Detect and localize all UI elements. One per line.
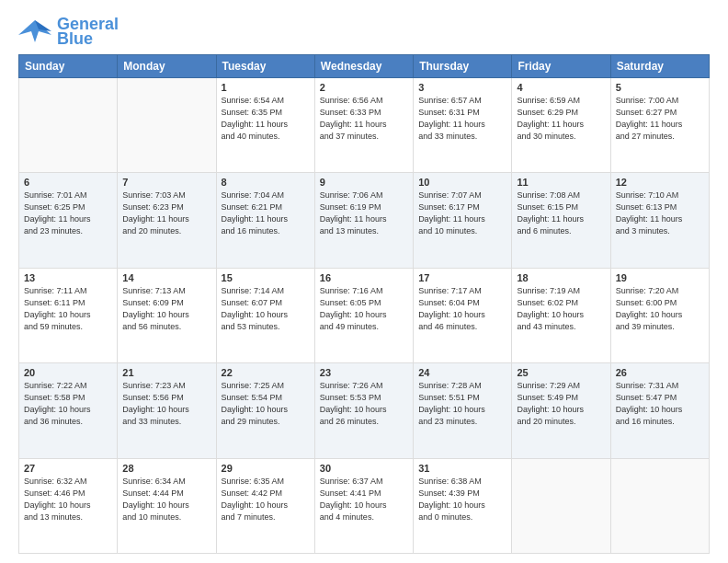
day-info: Sunrise: 6:35 AM Sunset: 4:42 PM Dayligh…: [222, 476, 310, 523]
day-info: Sunrise: 7:20 AM Sunset: 6:00 PM Dayligh…: [616, 285, 704, 333]
day-number: 26: [616, 367, 704, 378]
calendar-week-row: 27Sunrise: 6:32 AM Sunset: 4:46 PM Dayli…: [19, 458, 710, 554]
day-number: 12: [616, 177, 704, 188]
day-number: 4: [517, 82, 605, 93]
header: General Blue: [18, 15, 710, 47]
calendar-week-row: 6Sunrise: 7:01 AM Sunset: 6:25 PM Daylig…: [19, 173, 710, 268]
day-number: 24: [418, 367, 506, 378]
day-info: Sunrise: 7:17 AM Sunset: 6:04 PM Dayligh…: [418, 285, 506, 333]
day-info: Sunrise: 7:00 AM Sunset: 6:27 PM Dayligh…: [616, 95, 704, 143]
day-number: 28: [122, 463, 210, 474]
day-info: Sunrise: 7:19 AM Sunset: 6:02 PM Dayligh…: [517, 285, 605, 333]
day-info: Sunrise: 7:16 AM Sunset: 6:05 PM Dayligh…: [320, 285, 408, 333]
day-number: 2: [320, 82, 408, 93]
col-header-monday: Monday: [118, 54, 216, 77]
calendar-cell: 19Sunrise: 7:20 AM Sunset: 6:00 PM Dayli…: [610, 268, 709, 362]
day-info: Sunrise: 7:08 AM Sunset: 6:15 PM Dayligh…: [517, 190, 605, 237]
day-number: 8: [222, 177, 310, 188]
day-info: Sunrise: 7:31 AM Sunset: 5:47 PM Dayligh…: [616, 380, 704, 428]
day-info: Sunrise: 7:06 AM Sunset: 6:19 PM Dayligh…: [320, 190, 408, 237]
day-info: Sunrise: 6:32 AM Sunset: 4:46 PM Dayligh…: [24, 476, 112, 523]
day-info: Sunrise: 7:01 AM Sunset: 6:25 PM Dayligh…: [24, 190, 112, 237]
col-header-sunday: Sunday: [19, 54, 118, 77]
day-info: Sunrise: 6:56 AM Sunset: 6:33 PM Dayligh…: [320, 95, 408, 143]
calendar-cell: 5Sunrise: 7:00 AM Sunset: 6:27 PM Daylig…: [610, 77, 709, 172]
logo: General Blue: [18, 15, 119, 47]
page: General Blue SundayMondayTuesdayWednesda…: [0, 0, 728, 563]
day-number: 19: [616, 272, 704, 283]
calendar-cell: 31Sunrise: 6:38 AM Sunset: 4:39 PM Dayli…: [414, 458, 512, 554]
calendar-cell: 14Sunrise: 7:13 AM Sunset: 6:09 PM Dayli…: [118, 268, 216, 362]
day-number: 18: [517, 272, 605, 283]
day-number: 29: [222, 463, 310, 474]
calendar-cell: 12Sunrise: 7:10 AM Sunset: 6:13 PM Dayli…: [610, 173, 709, 268]
day-info: Sunrise: 6:38 AM Sunset: 4:39 PM Dayligh…: [418, 476, 506, 523]
day-info: Sunrise: 7:26 AM Sunset: 5:53 PM Dayligh…: [320, 380, 408, 428]
calendar-week-row: 1Sunrise: 6:54 AM Sunset: 6:35 PM Daylig…: [19, 77, 710, 172]
day-number: 11: [517, 177, 605, 188]
calendar-cell: 9Sunrise: 7:06 AM Sunset: 6:19 PM Daylig…: [314, 173, 413, 268]
day-info: Sunrise: 7:13 AM Sunset: 6:09 PM Dayligh…: [122, 285, 210, 333]
day-info: Sunrise: 7:11 AM Sunset: 6:11 PM Dayligh…: [24, 285, 112, 333]
day-info: Sunrise: 7:29 AM Sunset: 5:49 PM Dayligh…: [517, 380, 605, 428]
calendar-cell: 8Sunrise: 7:04 AM Sunset: 6:21 PM Daylig…: [216, 173, 314, 268]
day-info: Sunrise: 7:10 AM Sunset: 6:13 PM Dayligh…: [616, 190, 704, 237]
calendar-cell: 29Sunrise: 6:35 AM Sunset: 4:42 PM Dayli…: [216, 458, 314, 554]
calendar-week-row: 13Sunrise: 7:11 AM Sunset: 6:11 PM Dayli…: [19, 268, 710, 362]
day-info: Sunrise: 6:57 AM Sunset: 6:31 PM Dayligh…: [418, 95, 506, 143]
calendar-header-row: SundayMondayTuesdayWednesdayThursdayFrid…: [19, 54, 710, 77]
day-number: 6: [24, 177, 112, 188]
calendar-cell: 25Sunrise: 7:29 AM Sunset: 5:49 PM Dayli…: [512, 363, 610, 458]
calendar-cell: 3Sunrise: 6:57 AM Sunset: 6:31 PM Daylig…: [414, 77, 512, 172]
calendar-cell: 26Sunrise: 7:31 AM Sunset: 5:47 PM Dayli…: [610, 363, 709, 458]
day-number: 5: [616, 82, 704, 93]
day-info: Sunrise: 7:22 AM Sunset: 5:58 PM Dayligh…: [24, 380, 112, 428]
day-number: 21: [122, 367, 210, 378]
day-number: 3: [418, 82, 506, 93]
calendar-cell: 1Sunrise: 6:54 AM Sunset: 6:35 PM Daylig…: [216, 77, 314, 172]
day-info: Sunrise: 7:25 AM Sunset: 5:54 PM Dayligh…: [222, 380, 310, 428]
day-number: 20: [24, 367, 112, 378]
day-info: Sunrise: 7:04 AM Sunset: 6:21 PM Dayligh…: [222, 190, 310, 237]
calendar-week-row: 20Sunrise: 7:22 AM Sunset: 5:58 PM Dayli…: [19, 363, 710, 458]
calendar-cell: 20Sunrise: 7:22 AM Sunset: 5:58 PM Dayli…: [19, 363, 118, 458]
day-number: 23: [320, 367, 408, 378]
calendar-cell: 11Sunrise: 7:08 AM Sunset: 6:15 PM Dayli…: [512, 173, 610, 268]
day-number: 16: [320, 272, 408, 283]
col-header-wednesday: Wednesday: [314, 54, 413, 77]
day-number: 13: [24, 272, 112, 283]
calendar-cell: 15Sunrise: 7:14 AM Sunset: 6:07 PM Dayli…: [216, 268, 314, 362]
day-info: Sunrise: 6:34 AM Sunset: 4:44 PM Dayligh…: [122, 476, 210, 523]
day-number: 9: [320, 177, 408, 188]
calendar-cell: [610, 458, 709, 554]
col-header-tuesday: Tuesday: [216, 54, 314, 77]
calendar-cell: 24Sunrise: 7:28 AM Sunset: 5:51 PM Dayli…: [414, 363, 512, 458]
day-number: 31: [418, 463, 506, 474]
day-number: 14: [122, 272, 210, 283]
calendar-cell: 23Sunrise: 7:26 AM Sunset: 5:53 PM Dayli…: [314, 363, 413, 458]
day-info: Sunrise: 7:14 AM Sunset: 6:07 PM Dayligh…: [222, 285, 310, 333]
day-info: Sunrise: 7:03 AM Sunset: 6:23 PM Dayligh…: [122, 190, 210, 237]
day-number: 30: [320, 463, 408, 474]
logo-bird-icon: [18, 17, 51, 44]
calendar-cell: 16Sunrise: 7:16 AM Sunset: 6:05 PM Dayli…: [314, 268, 413, 362]
day-number: 25: [517, 367, 605, 378]
day-info: Sunrise: 7:07 AM Sunset: 6:17 PM Dayligh…: [418, 190, 506, 237]
day-info: Sunrise: 6:59 AM Sunset: 6:29 PM Dayligh…: [517, 95, 605, 143]
calendar-cell: 22Sunrise: 7:25 AM Sunset: 5:54 PM Dayli…: [216, 363, 314, 458]
calendar-cell: 13Sunrise: 7:11 AM Sunset: 6:11 PM Dayli…: [19, 268, 118, 362]
day-number: 15: [222, 272, 310, 283]
col-header-saturday: Saturday: [610, 54, 709, 77]
calendar-cell: 27Sunrise: 6:32 AM Sunset: 4:46 PM Dayli…: [19, 458, 118, 554]
day-number: 27: [24, 463, 112, 474]
calendar-cell: 2Sunrise: 6:56 AM Sunset: 6:33 PM Daylig…: [314, 77, 413, 172]
calendar-cell: 28Sunrise: 6:34 AM Sunset: 4:44 PM Dayli…: [118, 458, 216, 554]
day-info: Sunrise: 7:28 AM Sunset: 5:51 PM Dayligh…: [418, 380, 506, 428]
calendar-cell: 30Sunrise: 6:37 AM Sunset: 4:41 PM Dayli…: [314, 458, 413, 554]
day-number: 7: [122, 177, 210, 188]
calendar-cell: 7Sunrise: 7:03 AM Sunset: 6:23 PM Daylig…: [118, 173, 216, 268]
day-number: 17: [418, 272, 506, 283]
day-info: Sunrise: 6:37 AM Sunset: 4:41 PM Dayligh…: [320, 476, 408, 523]
calendar-cell: 4Sunrise: 6:59 AM Sunset: 6:29 PM Daylig…: [512, 77, 610, 172]
day-number: 1: [222, 82, 310, 93]
